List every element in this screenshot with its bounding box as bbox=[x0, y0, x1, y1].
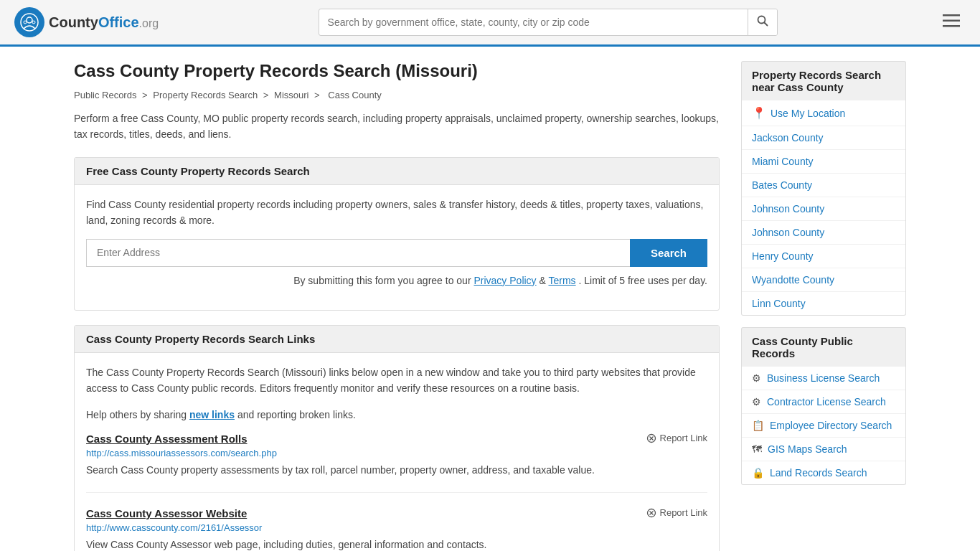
form-disclaimer: By submitting this form you agree to our… bbox=[86, 273, 707, 288]
nearby-counties-list: Jackson CountyMiami CountyBates CountyJo… bbox=[742, 126, 905, 315]
help-text: Help others by sharing new links and rep… bbox=[86, 407, 707, 423]
logo-text: CountyOffice.org bbox=[49, 14, 159, 31]
nearby-county-3[interactable]: Johnson County bbox=[742, 197, 905, 221]
resource-header: Cass County Assessment Rolls Report Link bbox=[86, 433, 707, 445]
sidebar: Property Records Search near Cass County… bbox=[741, 61, 906, 551]
public-record-link-4[interactable]: 🔒 Land Records Search bbox=[742, 461, 905, 484]
public-record-link-2[interactable]: 📋 Employee Directory Search bbox=[742, 414, 905, 438]
public-record-link-3[interactable]: 🗺 GIS Maps Search bbox=[742, 438, 905, 461]
nearby-county-7[interactable]: Linn County bbox=[742, 292, 905, 315]
hamburger-icon bbox=[943, 14, 960, 27]
use-my-location[interactable]: 📍 Use My Location bbox=[742, 100, 905, 126]
pr-icon-3: 🗺 bbox=[752, 443, 762, 455]
svg-rect-7 bbox=[943, 20, 960, 22]
free-search-section: Free Cass County Property Records Search… bbox=[74, 157, 720, 311]
content-area: Cass County Property Records Search (Mis… bbox=[74, 61, 720, 551]
nearby-county-2[interactable]: Bates County bbox=[742, 174, 905, 197]
pr-label-3: GIS Maps Search bbox=[768, 443, 847, 455]
svg-rect-8 bbox=[943, 25, 960, 27]
free-search-description: Find Cass County residential property re… bbox=[86, 197, 707, 229]
address-form: Search bbox=[86, 239, 707, 267]
breadcrumb-cass-county: Cass County bbox=[328, 90, 381, 100]
nearby-county-6[interactable]: Wyandotte County bbox=[742, 268, 905, 292]
site-header: CountyOffice.org bbox=[0, 0, 980, 47]
public-record-link-1[interactable]: ⚙ Contractor License Search bbox=[742, 390, 905, 414]
address-input[interactable] bbox=[86, 239, 630, 267]
resource-title-0[interactable]: Cass County Assessment Rolls bbox=[86, 433, 248, 445]
breadcrumb-property-records[interactable]: Property Records Search bbox=[153, 90, 258, 100]
terms-link[interactable]: Terms bbox=[548, 275, 575, 286]
logo-area[interactable]: CountyOffice.org bbox=[14, 7, 159, 37]
breadcrumb: Public Records > Property Records Search… bbox=[74, 90, 720, 100]
search-icon bbox=[757, 15, 768, 27]
nearby-list: 📍 Use My Location Jackson CountyMiami Co… bbox=[741, 100, 906, 316]
free-search-heading: Free Cass County Property Records Search bbox=[75, 158, 719, 185]
global-search-bar[interactable] bbox=[319, 9, 778, 36]
help-suffix-text: and reporting broken links. bbox=[237, 409, 356, 420]
resource-title-1[interactable]: Cass County Assessor Website bbox=[86, 507, 247, 519]
pr-label-4: Land Records Search bbox=[770, 467, 867, 479]
pr-icon-4: 🔒 bbox=[752, 467, 764, 479]
use-my-location-label: Use My Location bbox=[771, 108, 845, 119]
location-icon: 📍 bbox=[752, 106, 766, 120]
nearby-county-1[interactable]: Miami County bbox=[742, 150, 905, 174]
public-records-links-container: ⚙ Business License Search ⚙ Contractor L… bbox=[742, 367, 905, 484]
links-section: Cass County Property Records Search Link… bbox=[74, 325, 720, 551]
links-intro: The Cass County Property Records Search … bbox=[86, 364, 707, 397]
public-records-list: ⚙ Business License Search ⚙ Contractor L… bbox=[741, 367, 906, 485]
pr-label-0: Business License Search bbox=[767, 372, 880, 384]
logo-icon bbox=[14, 7, 44, 37]
resources-container: Cass County Assessment Rolls Report Link… bbox=[86, 433, 707, 551]
report-icon bbox=[646, 508, 656, 518]
report-icon bbox=[646, 433, 656, 443]
report-link-btn-1[interactable]: Report Link bbox=[646, 507, 707, 518]
pr-icon-2: 📋 bbox=[752, 420, 764, 431]
disclaimer-text: By submitting this form you agree to our bbox=[293, 275, 471, 286]
search-button[interactable]: Search bbox=[630, 239, 707, 267]
pr-icon-1: ⚙ bbox=[752, 396, 761, 408]
breadcrumb-public-records[interactable]: Public Records bbox=[74, 90, 136, 100]
resource-desc-0: Search Cass County property assessments … bbox=[86, 463, 707, 478]
pr-label-2: Employee Directory Search bbox=[770, 420, 892, 431]
report-label-1: Report Link bbox=[660, 507, 707, 518]
svg-rect-6 bbox=[943, 14, 960, 17]
new-links-link[interactable]: new links bbox=[189, 409, 235, 420]
resource-url-1[interactable]: http://www.casscounty.com/2161/Assessor bbox=[86, 522, 707, 533]
disclaimer-suffix: . Limit of 5 free uses per day. bbox=[579, 275, 708, 286]
hamburger-menu[interactable] bbox=[937, 10, 966, 34]
nearby-county-4[interactable]: Johnson County bbox=[742, 221, 905, 245]
disclaimer-ampersand: & bbox=[540, 275, 549, 286]
svg-line-5 bbox=[764, 23, 767, 26]
global-search-button[interactable] bbox=[748, 9, 777, 35]
resource-header: Cass County Assessor Website Report Link bbox=[86, 507, 707, 519]
pr-label-1: Contractor License Search bbox=[767, 396, 886, 408]
breadcrumb-sep-2: > bbox=[263, 90, 271, 100]
public-records-heading: Cass County Public Records bbox=[741, 327, 906, 367]
public-record-link-0[interactable]: ⚙ Business License Search bbox=[742, 367, 905, 390]
free-search-content: Find Cass County residential property re… bbox=[75, 185, 719, 310]
report-link-btn-0[interactable]: Report Link bbox=[646, 433, 707, 443]
nearby-heading-text: Property Records Search near Cass County bbox=[752, 69, 881, 93]
page-title: Cass County Property Records Search (Mis… bbox=[74, 61, 720, 81]
privacy-policy-link[interactable]: Privacy Policy bbox=[473, 275, 536, 286]
logo-office: Office bbox=[98, 14, 139, 30]
resource-url-0[interactable]: http://cass.missouriassessors.com/search… bbox=[86, 448, 707, 458]
resource-desc-1: View Cass County Assessor web page, incl… bbox=[86, 537, 707, 551]
page-description: Perform a free Cass County, MO public pr… bbox=[74, 110, 720, 143]
nearby-county-0[interactable]: Jackson County bbox=[742, 126, 905, 150]
logo-org: .org bbox=[139, 17, 159, 29]
nearby-heading: Property Records Search near Cass County bbox=[741, 61, 906, 100]
links-content: The Cass County Property Records Search … bbox=[75, 353, 719, 551]
breadcrumb-missouri[interactable]: Missouri bbox=[274, 90, 308, 100]
breadcrumb-sep-1: > bbox=[142, 90, 150, 100]
resource-item: Cass County Assessor Website Report Link… bbox=[86, 507, 707, 551]
breadcrumb-sep-3: > bbox=[314, 90, 322, 100]
links-heading: Cass County Property Records Search Link… bbox=[75, 326, 719, 353]
main-container: Cass County Property Records Search (Mis… bbox=[60, 47, 920, 551]
report-label-0: Report Link bbox=[660, 433, 707, 443]
nearby-county-5[interactable]: Henry County bbox=[742, 245, 905, 268]
pr-icon-0: ⚙ bbox=[752, 372, 761, 384]
public-records-heading-text: Cass County Public Records bbox=[752, 335, 853, 359]
resource-item: Cass County Assessment Rolls Report Link… bbox=[86, 433, 707, 493]
global-search-input[interactable] bbox=[319, 11, 748, 34]
